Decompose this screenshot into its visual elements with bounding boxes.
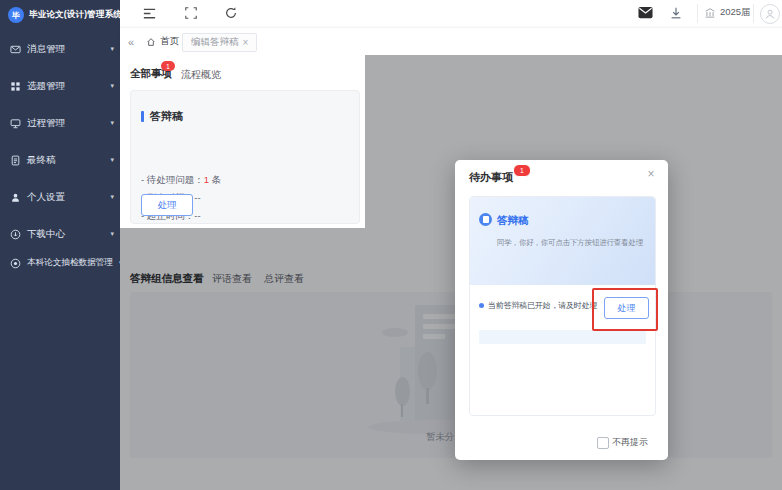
tab-flow-overview[interactable]: 流程概览 (181, 68, 221, 82)
bullet-dot-icon (479, 303, 484, 308)
sidebar: 毕 毕业论文(设计)管理系统 消息管理 选题管理 过程管理 最终稿 个人设置 (0, 0, 120, 490)
sidebar-item-process[interactable]: 过程管理 (10, 115, 114, 131)
chevron-down-icon (110, 45, 114, 53)
user-avatar-icon (764, 8, 776, 20)
page-tabbar: 首页 编辑答辩稿 (120, 27, 782, 56)
sidebar-item-label: 选题管理 (27, 80, 65, 93)
modal-title: 待办事项 (469, 170, 513, 185)
sidebar-item-label: 本科论文抽检数据管理 (27, 257, 113, 269)
download-circle-icon (10, 229, 21, 240)
pending-issues-line: - 待处理问题：1 条 (141, 174, 221, 187)
top-toolbar: 2025届 (120, 0, 782, 27)
document-icon (10, 155, 21, 166)
screen: 毕 毕业论文(设计)管理系统 消息管理 选题管理 过程管理 最终稿 个人设置 (0, 0, 782, 490)
sidebar-item-download-center[interactable]: 下载中心 (10, 226, 114, 242)
toolbar-divider (697, 4, 698, 23)
app-title: 毕业论文(设计)管理系统 (29, 9, 122, 21)
card-process-button[interactable]: 处理 (141, 194, 193, 216)
download-icon (669, 6, 683, 20)
mail-icon (638, 6, 653, 19)
task-description: 同学，你好，你可点击下方按钮进行查看处理 (497, 238, 643, 248)
notice-text: 当前答辩稿已开始，请及时处理 (488, 300, 597, 311)
document-badge-icon (479, 213, 492, 226)
sidebar-item-label: 最终稿 (27, 154, 56, 167)
dont-remind-checkbox[interactable] (597, 437, 609, 449)
tab-active-label: 编辑答辩稿 (191, 36, 239, 49)
sidebar-item-personal-settings[interactable]: 个人设置 (10, 189, 114, 205)
refresh-button[interactable] (224, 6, 239, 21)
dont-remind-label: 不再提示 (612, 436, 648, 449)
close-icon[interactable] (645, 168, 657, 180)
tab-edit-defense-draft[interactable]: 编辑答辩稿 (182, 33, 257, 52)
modal-badge: 1 (513, 164, 531, 177)
toolbar-divider (753, 4, 754, 23)
fullscreen-button[interactable] (184, 6, 199, 21)
modal-backdrop (120, 228, 365, 490)
chevron-down-icon (110, 230, 114, 238)
monitor-icon (10, 118, 21, 129)
sidebar-item-label: 消息管理 (27, 43, 65, 56)
task-info-panel: 答辩稿 同学，你好，你可点击下方按钮进行查看处理 (470, 197, 655, 285)
user-icon (10, 192, 21, 203)
fold-menu-icon (142, 6, 157, 21)
collapse-menu-button[interactable] (142, 6, 157, 21)
task-title: 答辩稿 (497, 214, 529, 228)
grid-icon (10, 81, 21, 92)
chevron-down-icon (110, 82, 114, 90)
annotation-highlight-box (592, 288, 658, 331)
chevron-down-icon (110, 156, 114, 164)
chevron-down-icon (110, 193, 114, 201)
defense-draft-card: 答辩稿 - 待处理问题：1 条 - 剩余时间：-- - 起止时间：-- 处理 (130, 90, 360, 224)
highlight-row (479, 330, 646, 344)
home-icon (146, 37, 156, 47)
tab-home[interactable]: 首页 (138, 33, 187, 50)
chevron-down-icon (110, 119, 114, 127)
sidebar-item-label: 下载中心 (27, 228, 65, 241)
year-selector[interactable]: 2025届 (704, 6, 751, 19)
sidebar-item-topics[interactable]: 选题管理 (10, 78, 114, 94)
collapse-tabs-arrow[interactable] (124, 33, 138, 50)
title-accent-bar (141, 111, 144, 122)
sidebar-item-messages[interactable]: 消息管理 (10, 41, 114, 57)
building-icon (704, 7, 716, 19)
tab-home-label: 首页 (160, 35, 179, 48)
app-logo-row: 毕 毕业论文(设计)管理系统 (8, 7, 118, 23)
year-badge: 2025届 (720, 6, 751, 19)
avatar[interactable] (760, 4, 780, 24)
card-title: 答辩稿 (141, 109, 183, 124)
download-button[interactable] (669, 6, 684, 21)
sidebar-item-label: 个人设置 (27, 191, 65, 204)
target-icon (10, 258, 21, 269)
todo-modal: 待办事项 1 答辩稿 同学，你好，你可点击下方按钮进行查看处理 当前答辩稿已开始… (455, 160, 668, 460)
card-title-text: 答辩稿 (150, 109, 183, 124)
mail-button[interactable] (638, 6, 653, 21)
sidebar-item-final-draft[interactable]: 最终稿 (10, 152, 114, 168)
app-logo-icon: 毕 (8, 7, 24, 23)
message-icon (10, 44, 21, 55)
sidebar-item-thesis-sampling[interactable]: 本科论文抽检数据管理 (10, 255, 114, 271)
sidebar-item-label: 过程管理 (27, 117, 65, 130)
refresh-icon (224, 6, 238, 20)
fullscreen-icon (184, 6, 198, 20)
close-icon[interactable] (243, 38, 249, 48)
all-matters-badge: 1 (161, 61, 175, 71)
